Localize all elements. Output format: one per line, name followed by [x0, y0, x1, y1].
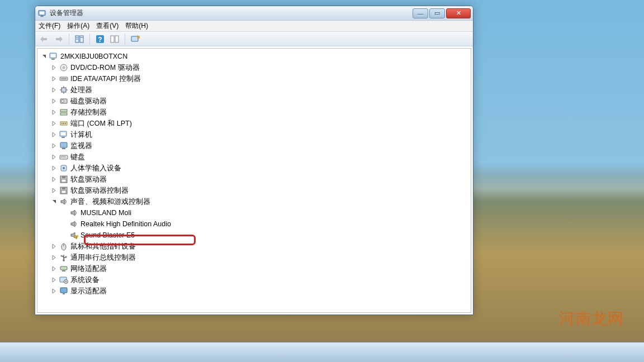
- expander-icon[interactable]: [51, 120, 58, 127]
- device-tree[interactable]: 2MKXIBJU0BOTXCN DVD/CD-ROM 驱动器 IDE ATA/A…: [37, 48, 471, 313]
- window-title: 设备管理器: [50, 8, 83, 18]
- mouse-icon: [59, 242, 68, 251]
- node-realtek[interactable]: Realtek High Definition Audio: [37, 218, 471, 230]
- monitor-icon: [59, 141, 68, 150]
- menu-file[interactable]: 文件(F): [39, 21, 60, 31]
- expander-icon[interactable]: [51, 187, 58, 194]
- menu-action[interactable]: 操作(A): [67, 21, 89, 31]
- svg-text:?: ?: [98, 35, 102, 43]
- svg-rect-62: [60, 288, 67, 293]
- forward-button[interactable]: [52, 33, 65, 45]
- svg-rect-34: [61, 132, 65, 135]
- svg-rect-20: [61, 88, 66, 92]
- svg-rect-45: [62, 176, 65, 178]
- node-system[interactable]: 系统设备: [37, 274, 471, 285]
- back-button[interactable]: [37, 33, 51, 45]
- expander-icon[interactable]: [51, 176, 58, 183]
- properties-button[interactable]: [108, 33, 121, 45]
- node-floppy-ctrl[interactable]: 软盘驱动器控制器: [37, 185, 471, 196]
- svg-rect-4: [80, 36, 83, 42]
- expander-icon[interactable]: [51, 142, 58, 149]
- node-sound[interactable]: 声音、视频和游戏控制器: [37, 196, 471, 207]
- node-keyboard[interactable]: 键盘: [37, 151, 471, 163]
- sound-icon: [69, 208, 78, 217]
- node-floppy[interactable]: 软盘驱动器: [37, 174, 471, 185]
- node-label: 监视器: [70, 141, 92, 151]
- svg-rect-36: [60, 142, 67, 147]
- titlebar[interactable]: 设备管理器 — ▭ ✕: [35, 6, 473, 21]
- expander-icon[interactable]: [51, 131, 58, 138]
- close-button[interactable]: ✕: [446, 8, 471, 18]
- scan-button[interactable]: [129, 33, 142, 45]
- help-button[interactable]: ?: [93, 33, 107, 45]
- svg-rect-41: [64, 156, 65, 158]
- expander-icon[interactable]: [41, 53, 48, 60]
- node-label: 软盘驱动器: [70, 175, 107, 184]
- node-computer[interactable]: 计算机: [37, 129, 471, 140]
- node-network[interactable]: 网络适配器: [37, 263, 471, 274]
- app-icon: [37, 9, 46, 18]
- svg-rect-40: [63, 156, 64, 158]
- expander-icon[interactable]: [51, 277, 58, 283]
- expander-icon[interactable]: [51, 265, 58, 272]
- usb-icon: [59, 253, 68, 262]
- node-label: 通用串行总线控制器: [70, 253, 136, 263]
- svg-rect-58: [62, 270, 65, 272]
- expander-icon[interactable]: [51, 198, 58, 205]
- node-ports[interactable]: 端口 (COM 和 LPT): [37, 118, 471, 129]
- device-manager-window: 设备管理器 — ▭ ✕ 文件(F) 操作(A) 查看(V) 帮助(H) ?: [35, 6, 473, 315]
- expander-icon[interactable]: [51, 154, 58, 160]
- expander-icon[interactable]: [51, 75, 58, 82]
- ide-icon: [59, 74, 68, 83]
- expander-icon[interactable]: [51, 243, 58, 250]
- floppy-icon: [59, 186, 68, 195]
- network-icon: [59, 264, 68, 273]
- tree-root[interactable]: 2MKXIBJU0BOTXCN: [37, 51, 471, 62]
- expander-icon[interactable]: [51, 109, 58, 116]
- taskbar[interactable]: [0, 342, 644, 362]
- menu-view[interactable]: 查看(V): [96, 21, 119, 31]
- svg-rect-37: [62, 148, 65, 149]
- svg-point-43: [63, 167, 65, 169]
- svg-rect-19: [61, 78, 67, 79]
- minimize-button[interactable]: —: [413, 8, 428, 18]
- svg-point-32: [65, 123, 66, 124]
- svg-rect-35: [61, 137, 65, 138]
- node-label: 存储控制器: [70, 108, 107, 117]
- toolbar: ?: [35, 32, 473, 46]
- node-monitor[interactable]: 监视器: [37, 140, 471, 151]
- expander-icon[interactable]: [51, 165, 58, 172]
- svg-rect-10: [111, 36, 114, 42]
- node-label: IDE ATA/ATAPI 控制器: [70, 74, 141, 84]
- keyboard-icon: [59, 153, 68, 161]
- node-usb[interactable]: 通用串行总线控制器: [37, 252, 471, 263]
- menu-help[interactable]: 帮助(H): [125, 21, 148, 31]
- expander-icon[interactable]: [51, 254, 58, 261]
- svg-rect-46: [61, 179, 66, 182]
- svg-rect-63: [63, 293, 65, 294]
- node-storage[interactable]: 存储控制器: [37, 107, 471, 118]
- svg-rect-49: [61, 190, 66, 193]
- expander-icon[interactable]: [51, 87, 58, 93]
- svg-rect-57: [60, 266, 67, 270]
- node-hid[interactable]: 人体学输入设备: [37, 163, 471, 174]
- node-musiland[interactable]: MUSILAND Moli: [37, 207, 471, 218]
- node-cpu[interactable]: 处理器: [37, 84, 471, 96]
- maximize-button[interactable]: ▭: [429, 8, 445, 18]
- node-mouse[interactable]: 鼠标和其他指针设备: [37, 241, 471, 252]
- svg-rect-1: [40, 11, 45, 14]
- node-soundblaster[interactable]: ! Sound Blaster E5: [37, 230, 471, 241]
- node-ide[interactable]: IDE ATA/ATAPI 控制器: [37, 73, 471, 84]
- node-disk[interactable]: 磁盘驱动器: [37, 96, 471, 107]
- svg-rect-14: [51, 54, 55, 57]
- show-hidden-button[interactable]: [73, 33, 86, 45]
- expander-icon[interactable]: [51, 288, 58, 294]
- node-label: 键盘: [70, 153, 85, 162]
- node-dvd[interactable]: DVD/CD-ROM 驱动器: [37, 62, 471, 73]
- expander-icon[interactable]: [51, 98, 58, 104]
- svg-point-17: [63, 67, 65, 69]
- node-display[interactable]: 显示适配器: [37, 285, 471, 297]
- computer-icon: [59, 130, 68, 139]
- node-label: 人体学输入设备: [70, 164, 121, 173]
- expander-icon[interactable]: [51, 64, 58, 71]
